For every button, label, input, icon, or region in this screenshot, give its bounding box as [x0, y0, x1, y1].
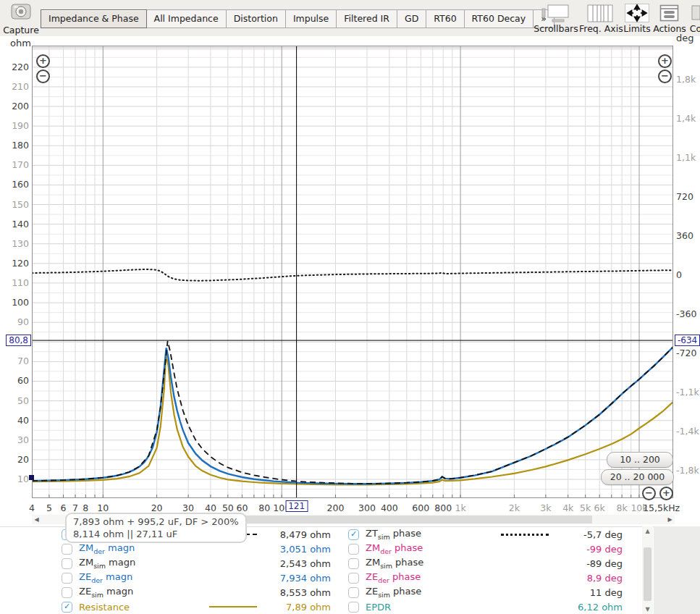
capture-button[interactable]: Capture: [1, 2, 41, 35]
x-axis-tick-label: 7: [72, 502, 78, 513]
zoom-in-x-button[interactable]: +: [659, 487, 673, 500]
impedance-chart-plot[interactable]: 7,893 ohm + 995,2 uF, DF > 200% 8,114 oh…: [32, 46, 673, 498]
tool-co-button[interactable]: Co: [686, 3, 700, 34]
y-axis-tick-label: 220: [0, 62, 29, 72]
legend-scrollbar[interactable]: ▲ ▼: [642, 526, 653, 614]
y-axis-tick-label: 100: [0, 297, 29, 308]
y-axis-tick-label: 150: [0, 199, 29, 210]
series-ZTsim-phase: [32, 269, 673, 281]
deg-axis-tick-label: 1,8k: [676, 74, 696, 85]
x-axis-tick-label: 40: [205, 502, 216, 513]
legend-line-sample: [130, 606, 264, 607]
zoom-out-x-button[interactable]: −: [642, 487, 656, 500]
tab-impedance-phase[interactable]: Impedance & Phase: [41, 9, 147, 28]
x-axis-tick-label: 5: [46, 502, 52, 513]
tool-freq-axis-button[interactable]: Freq. Axis: [579, 3, 621, 34]
legend-item-zmder-phase: ZMder phase-99 deg: [348, 542, 623, 556]
legend-trace-name: ZEder phase: [366, 571, 421, 584]
x-axis-tick-label: 1k: [455, 502, 465, 513]
legend-line-sample: [421, 534, 556, 536]
tool-label: Limits: [621, 23, 653, 34]
legend-item-zmder-magn: ZMder magn3,051 ohm: [62, 542, 331, 556]
x-axis-tick-label: 4k: [562, 502, 573, 513]
x-axis-tick-label: 4: [29, 502, 35, 513]
legend-cursor-value: 11 deg: [556, 587, 623, 598]
tab-gd[interactable]: GD: [397, 9, 426, 28]
legend-scroll-down-arrow[interactable]: ▼: [642, 605, 653, 614]
x-axis-tick-label: 10: [97, 502, 109, 513]
deg-axis-tick-label: -1,8k: [676, 465, 699, 476]
legend-checkbox[interactable]: [62, 544, 72, 555]
zoom-out-y-button[interactable]: −: [36, 70, 50, 83]
y-axis-tick-label: 20: [0, 454, 29, 465]
legend-checkbox[interactable]: ✓: [62, 602, 72, 613]
legend-cursor-value: 7,934 ohm: [264, 573, 331, 584]
legend-trace-name: ZMder phase: [366, 542, 423, 555]
cursor-readout-tooltip: 7,893 ohm + 995,2 uF, DF > 200% 8,114 oh…: [65, 513, 247, 543]
legend-checkbox[interactable]: [348, 602, 359, 613]
legend-checkbox[interactable]: [62, 573, 72, 584]
deg-axis-tick-label: 1,1k: [676, 152, 696, 163]
legend-checkbox[interactable]: [348, 558, 359, 569]
zoom-in-y-button[interactable]: +: [36, 54, 50, 68]
tool-scrollbars-button[interactable]: Scrollbars: [533, 3, 579, 34]
tab-distortion[interactable]: Distortion: [226, 9, 286, 28]
x-axis-tick-label: 2k: [509, 502, 520, 513]
x-axis-tick-label: 800: [434, 502, 452, 513]
x-axis-tick-label: 20: [151, 502, 163, 513]
legend-checkbox[interactable]: ✓: [348, 529, 359, 540]
y-range-button[interactable]: 10 .. 200: [607, 452, 673, 468]
legend-column-phase: ✓ZTsim phase-5,7 degZMder phase-99 degZM…: [348, 527, 623, 614]
capture-label: Capture: [1, 25, 41, 35]
legend-scrollbar-thumb[interactable]: [644, 547, 651, 601]
legend-trace-name: EPDR: [366, 602, 391, 613]
tab-rt60-decay[interactable]: RT60 Decay: [464, 9, 534, 28]
freq-axis-icon: [579, 3, 621, 22]
x-axis-tick-label: 400: [381, 502, 398, 513]
cursor-left-value: 80,8: [6, 335, 31, 346]
cursor-frequency-value: 121: [285, 500, 308, 512]
tab-all-impedance[interactable]: All Impedance: [146, 9, 227, 28]
deg-axis-tick-label: 1,4k: [676, 113, 696, 124]
x-range-button[interactable]: 20 .. 20 000: [601, 469, 674, 485]
tool-limits-button[interactable]: Limits: [621, 3, 653, 34]
tab-impulse[interactable]: Impulse: [285, 9, 337, 28]
tab-rt60[interactable]: RT60: [426, 9, 464, 28]
x-axis-tick-label: 80: [258, 502, 270, 513]
zoom-in-deg-button[interactable]: +: [658, 54, 672, 68]
chart-canvas: [32, 46, 673, 498]
legend-scroll-up-arrow[interactable]: ▲: [642, 526, 653, 536]
legend-checkbox[interactable]: [62, 587, 72, 598]
legend-cursor-value: 8,479 ohm: [264, 529, 331, 540]
deg-axis-tick-label: -720: [676, 348, 696, 358]
x-axis-tick-label: 30: [182, 502, 194, 513]
y-axis-tick-label: 60: [0, 375, 29, 386]
legend-item-zeder-magn: ZEder magn7,934 ohm: [62, 571, 331, 585]
legend-item-zmsim-magn: ZMsim magn2,543 ohm: [62, 556, 331, 571]
tool-label: Freq. Axis: [579, 23, 621, 34]
legend-item-ztsim-phase: ✓ZTsim phase-5,7 deg: [348, 527, 623, 542]
x-axis-tick-label: 6k: [594, 502, 605, 513]
x-axis-tick-label: 600: [412, 502, 429, 513]
tab-filtered-ir[interactable]: Filtered IR: [336, 9, 397, 28]
deg-axis-tick-label: 0: [676, 269, 682, 280]
legend-cursor-value: 8,553 ohm: [264, 587, 331, 598]
legend-item-epdr: EPDR6,12 ohm: [348, 600, 623, 614]
legend-checkbox[interactable]: [62, 558, 72, 569]
legend-trace-name: ZTsim phase: [366, 528, 421, 541]
y-axis-tick-label: 130: [0, 238, 29, 249]
zoom-out-deg-button[interactable]: −: [658, 70, 672, 83]
tool-actions-button[interactable]: Actions: [652, 3, 687, 34]
cursor-anchor-marker: [29, 475, 34, 480]
legend-checkbox[interactable]: [348, 544, 359, 555]
legend-checkbox[interactable]: [348, 573, 359, 584]
scroll-left-arrow[interactable]: ◀: [32, 515, 41, 524]
scroll-right-arrow[interactable]: ▶: [665, 515, 675, 524]
right-axis-unit: deg: [676, 33, 694, 43]
deg-axis-tick-label: 720: [676, 191, 693, 202]
legend-checkbox[interactable]: [348, 587, 359, 598]
cursor-right-value: -634: [675, 335, 700, 346]
legend-trace-name: ZMsim magn: [79, 557, 135, 570]
legend-item-zesim-magn: ZEsim magn8,553 ohm: [62, 585, 331, 600]
legend-item-zeder-phase: ZEder phase8,9 deg: [348, 571, 623, 585]
